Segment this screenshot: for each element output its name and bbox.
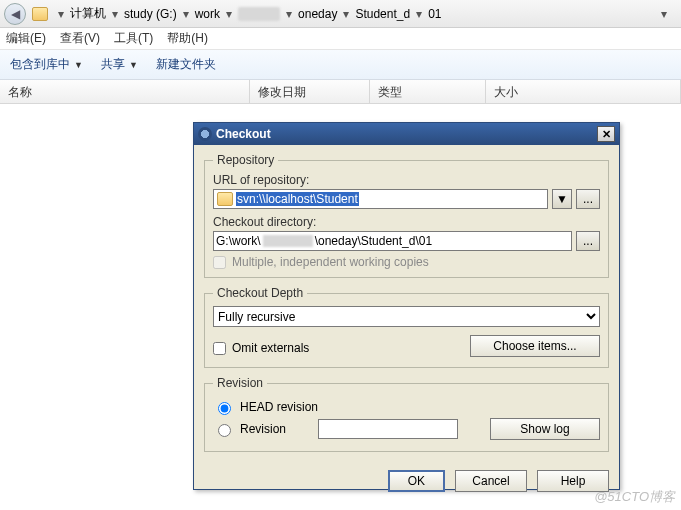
omit-externals-checkbox[interactable]: Omit externals [213, 341, 309, 355]
breadcrumb-seg-obscured[interactable] [234, 0, 284, 27]
breadcrumb-seg[interactable]: 01 [424, 0, 445, 27]
col-size[interactable]: 大小 [486, 80, 681, 103]
include-in-library[interactable]: 包含到库中▼ [10, 56, 83, 73]
app-icon [198, 127, 212, 141]
cancel-button[interactable]: Cancel [455, 470, 527, 492]
menu-edit[interactable]: 编辑(E) [6, 30, 46, 47]
menu-help[interactable]: 帮助(H) [167, 30, 208, 47]
ok-button[interactable]: OK [388, 470, 445, 492]
dir-browse-button[interactable]: ... [576, 231, 600, 251]
revision-label: Revision [240, 422, 286, 436]
url-input[interactable]: svn:\\localhost\Student [213, 189, 548, 209]
title-bar[interactable]: Checkout ✕ [194, 123, 619, 145]
depth-legend: Checkout Depth [213, 286, 307, 300]
column-headers[interactable]: 名称 修改日期 类型 大小 [0, 80, 681, 104]
menu-view[interactable]: 查看(V) [60, 30, 100, 47]
depth-group: Checkout Depth Fully recursive Omit exte… [204, 286, 609, 368]
menu-bar: 编辑(E) 查看(V) 工具(T) 帮助(H) [0, 28, 681, 50]
dir-input[interactable]: G:\work\\oneday\Student_d\01 [213, 231, 572, 251]
folder-icon [32, 7, 48, 21]
share-with[interactable]: 共享▼ [101, 56, 138, 73]
col-type[interactable]: 类型 [370, 80, 486, 103]
chevron-icon[interactable]: ▾ [56, 7, 66, 21]
refresh-dropdown[interactable]: ▾ [659, 7, 669, 21]
menu-tools[interactable]: 工具(T) [114, 30, 153, 47]
dialog-title: Checkout [216, 127, 597, 141]
dialog-footer: OK Cancel Help [194, 466, 619, 492]
multiple-copies-checkbox: Multiple, independent working copies [213, 255, 600, 269]
folder-icon [217, 192, 233, 206]
close-button[interactable]: ✕ [597, 126, 615, 142]
repository-legend: Repository [213, 153, 278, 167]
url-label: URL of repository: [213, 173, 600, 187]
revision-legend: Revision [213, 376, 267, 390]
address-bar[interactable]: ◀ ▾ 计算机 ▾ study (G:) ▾ work ▾ ▾ oneday ▾… [0, 0, 681, 28]
toolbar: 包含到库中▼ 共享▼ 新建文件夹 [0, 50, 681, 80]
url-dropdown[interactable]: ▼ [552, 189, 572, 209]
repository-group: Repository URL of repository: svn:\\loca… [204, 153, 609, 278]
breadcrumb-seg[interactable]: 计算机 [66, 0, 110, 27]
revision-radio[interactable] [218, 424, 231, 437]
new-folder[interactable]: 新建文件夹 [156, 56, 216, 73]
back-button[interactable]: ◀ [4, 3, 26, 25]
show-log-button[interactable]: Show log [490, 418, 600, 440]
revision-input[interactable] [318, 419, 458, 439]
watermark: @51CTO博客 [594, 488, 675, 506]
obscured-text [263, 235, 313, 247]
head-revision-label: HEAD revision [240, 400, 318, 414]
choose-items-button[interactable]: Choose items... [470, 335, 600, 357]
breadcrumb-seg[interactable]: work [191, 0, 224, 27]
dir-label: Checkout directory: [213, 215, 600, 229]
revision-group: Revision HEAD revision Revision Show log [204, 376, 609, 452]
breadcrumb-seg[interactable]: study (G:) [120, 0, 181, 27]
breadcrumb-seg[interactable]: oneday [294, 0, 341, 27]
breadcrumb-seg[interactable]: Student_d [351, 0, 414, 27]
head-revision-radio[interactable] [218, 402, 231, 415]
col-date[interactable]: 修改日期 [250, 80, 370, 103]
col-name[interactable]: 名称 [0, 80, 250, 103]
url-browse-button[interactable]: ... [576, 189, 600, 209]
depth-select[interactable]: Fully recursive [213, 306, 600, 327]
checkout-dialog: Checkout ✕ Repository URL of repository:… [193, 122, 620, 490]
